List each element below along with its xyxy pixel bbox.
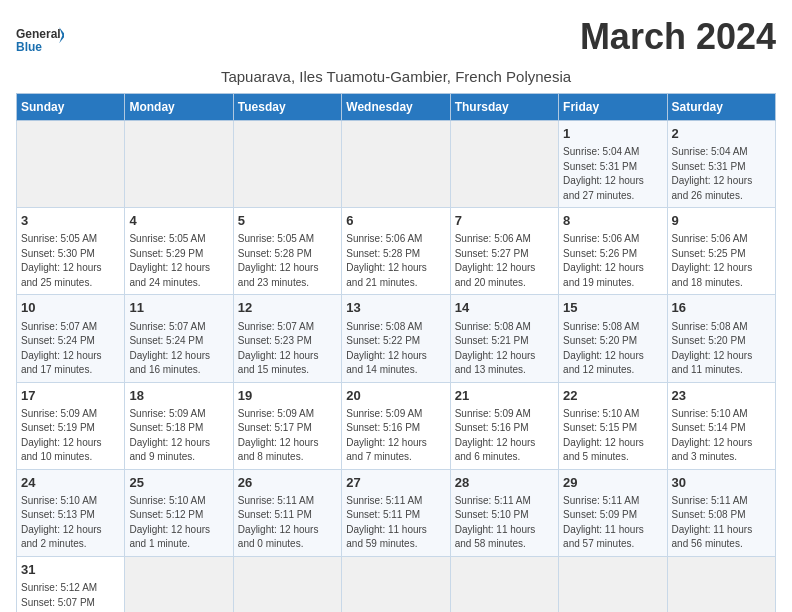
day-number: 11 xyxy=(129,299,228,317)
day-number: 3 xyxy=(21,212,120,230)
day-cell: 26Sunrise: 5:11 AM Sunset: 5:11 PM Dayli… xyxy=(233,469,341,556)
day-number: 1 xyxy=(563,125,662,143)
day-cell: 19Sunrise: 5:09 AM Sunset: 5:17 PM Dayli… xyxy=(233,382,341,469)
day-info: Sunrise: 5:11 AM Sunset: 5:08 PM Dayligh… xyxy=(672,494,771,552)
day-info: Sunrise: 5:09 AM Sunset: 5:16 PM Dayligh… xyxy=(346,407,445,465)
header-cell-sunday: Sunday xyxy=(17,94,125,121)
day-info: Sunrise: 5:07 AM Sunset: 5:24 PM Dayligh… xyxy=(129,320,228,378)
day-cell: 29Sunrise: 5:11 AM Sunset: 5:09 PM Dayli… xyxy=(559,469,667,556)
day-info: Sunrise: 5:09 AM Sunset: 5:18 PM Dayligh… xyxy=(129,407,228,465)
day-number: 26 xyxy=(238,474,337,492)
day-number: 28 xyxy=(455,474,554,492)
day-number: 13 xyxy=(346,299,445,317)
day-number: 7 xyxy=(455,212,554,230)
week-row-1: 1Sunrise: 5:04 AM Sunset: 5:31 PM Daylig… xyxy=(17,121,776,208)
day-info: Sunrise: 5:04 AM Sunset: 5:31 PM Dayligh… xyxy=(563,145,662,203)
day-info: Sunrise: 5:05 AM Sunset: 5:28 PM Dayligh… xyxy=(238,232,337,290)
day-cell: 5Sunrise: 5:05 AM Sunset: 5:28 PM Daylig… xyxy=(233,208,341,295)
day-info: Sunrise: 5:08 AM Sunset: 5:21 PM Dayligh… xyxy=(455,320,554,378)
week-row-6: 31Sunrise: 5:12 AM Sunset: 5:07 PM Dayli… xyxy=(17,556,776,612)
logo-svg: General Blue xyxy=(16,16,64,64)
day-info: Sunrise: 5:04 AM Sunset: 5:31 PM Dayligh… xyxy=(672,145,771,203)
day-cell: 2Sunrise: 5:04 AM Sunset: 5:31 PM Daylig… xyxy=(667,121,775,208)
day-info: Sunrise: 5:07 AM Sunset: 5:23 PM Dayligh… xyxy=(238,320,337,378)
day-cell xyxy=(450,556,558,612)
day-cell xyxy=(233,121,341,208)
day-number: 31 xyxy=(21,561,120,579)
day-cell: 7Sunrise: 5:06 AM Sunset: 5:27 PM Daylig… xyxy=(450,208,558,295)
day-number: 10 xyxy=(21,299,120,317)
header-row: SundayMondayTuesdayWednesdayThursdayFrid… xyxy=(17,94,776,121)
day-info: Sunrise: 5:07 AM Sunset: 5:24 PM Dayligh… xyxy=(21,320,120,378)
day-cell xyxy=(667,556,775,612)
day-info: Sunrise: 5:06 AM Sunset: 5:26 PM Dayligh… xyxy=(563,232,662,290)
header: General Blue March 2024 xyxy=(16,16,776,64)
day-info: Sunrise: 5:10 AM Sunset: 5:15 PM Dayligh… xyxy=(563,407,662,465)
day-number: 29 xyxy=(563,474,662,492)
day-info: Sunrise: 5:11 AM Sunset: 5:11 PM Dayligh… xyxy=(346,494,445,552)
day-number: 22 xyxy=(563,387,662,405)
header-cell-wednesday: Wednesday xyxy=(342,94,450,121)
day-number: 15 xyxy=(563,299,662,317)
calendar-body: 1Sunrise: 5:04 AM Sunset: 5:31 PM Daylig… xyxy=(17,121,776,613)
day-number: 23 xyxy=(672,387,771,405)
day-cell: 16Sunrise: 5:08 AM Sunset: 5:20 PM Dayli… xyxy=(667,295,775,382)
day-number: 18 xyxy=(129,387,228,405)
day-cell xyxy=(17,121,125,208)
day-cell: 20Sunrise: 5:09 AM Sunset: 5:16 PM Dayli… xyxy=(342,382,450,469)
day-info: Sunrise: 5:08 AM Sunset: 5:20 PM Dayligh… xyxy=(672,320,771,378)
day-cell xyxy=(233,556,341,612)
day-number: 25 xyxy=(129,474,228,492)
day-cell xyxy=(125,121,233,208)
day-info: Sunrise: 5:08 AM Sunset: 5:20 PM Dayligh… xyxy=(563,320,662,378)
day-info: Sunrise: 5:10 AM Sunset: 5:13 PM Dayligh… xyxy=(21,494,120,552)
day-number: 6 xyxy=(346,212,445,230)
day-cell: 12Sunrise: 5:07 AM Sunset: 5:23 PM Dayli… xyxy=(233,295,341,382)
header-cell-tuesday: Tuesday xyxy=(233,94,341,121)
calendar-table: SundayMondayTuesdayWednesdayThursdayFrid… xyxy=(16,93,776,612)
day-cell: 13Sunrise: 5:08 AM Sunset: 5:22 PM Dayli… xyxy=(342,295,450,382)
day-cell: 22Sunrise: 5:10 AM Sunset: 5:15 PM Dayli… xyxy=(559,382,667,469)
day-info: Sunrise: 5:11 AM Sunset: 5:10 PM Dayligh… xyxy=(455,494,554,552)
day-cell xyxy=(342,556,450,612)
day-number: 12 xyxy=(238,299,337,317)
day-number: 4 xyxy=(129,212,228,230)
day-number: 9 xyxy=(672,212,771,230)
header-cell-thursday: Thursday xyxy=(450,94,558,121)
week-row-3: 10Sunrise: 5:07 AM Sunset: 5:24 PM Dayli… xyxy=(17,295,776,382)
day-info: Sunrise: 5:06 AM Sunset: 5:27 PM Dayligh… xyxy=(455,232,554,290)
day-number: 27 xyxy=(346,474,445,492)
subtitle: Tapuarava, Iles Tuamotu-Gambier, French … xyxy=(16,68,776,85)
day-cell xyxy=(342,121,450,208)
day-cell: 24Sunrise: 5:10 AM Sunset: 5:13 PM Dayli… xyxy=(17,469,125,556)
day-number: 21 xyxy=(455,387,554,405)
svg-text:Blue: Blue xyxy=(16,40,42,54)
day-number: 24 xyxy=(21,474,120,492)
day-cell: 15Sunrise: 5:08 AM Sunset: 5:20 PM Dayli… xyxy=(559,295,667,382)
day-info: Sunrise: 5:08 AM Sunset: 5:22 PM Dayligh… xyxy=(346,320,445,378)
day-info: Sunrise: 5:09 AM Sunset: 5:19 PM Dayligh… xyxy=(21,407,120,465)
week-row-5: 24Sunrise: 5:10 AM Sunset: 5:13 PM Dayli… xyxy=(17,469,776,556)
day-cell: 10Sunrise: 5:07 AM Sunset: 5:24 PM Dayli… xyxy=(17,295,125,382)
week-row-2: 3Sunrise: 5:05 AM Sunset: 5:30 PM Daylig… xyxy=(17,208,776,295)
day-cell: 21Sunrise: 5:09 AM Sunset: 5:16 PM Dayli… xyxy=(450,382,558,469)
day-cell: 4Sunrise: 5:05 AM Sunset: 5:29 PM Daylig… xyxy=(125,208,233,295)
day-cell xyxy=(450,121,558,208)
day-cell: 25Sunrise: 5:10 AM Sunset: 5:12 PM Dayli… xyxy=(125,469,233,556)
month-title: March 2024 xyxy=(580,16,776,58)
day-info: Sunrise: 5:09 AM Sunset: 5:16 PM Dayligh… xyxy=(455,407,554,465)
week-row-4: 17Sunrise: 5:09 AM Sunset: 5:19 PM Dayli… xyxy=(17,382,776,469)
day-cell: 6Sunrise: 5:06 AM Sunset: 5:28 PM Daylig… xyxy=(342,208,450,295)
day-cell: 18Sunrise: 5:09 AM Sunset: 5:18 PM Dayli… xyxy=(125,382,233,469)
day-info: Sunrise: 5:10 AM Sunset: 5:14 PM Dayligh… xyxy=(672,407,771,465)
day-cell: 23Sunrise: 5:10 AM Sunset: 5:14 PM Dayli… xyxy=(667,382,775,469)
day-number: 14 xyxy=(455,299,554,317)
day-cell: 8Sunrise: 5:06 AM Sunset: 5:26 PM Daylig… xyxy=(559,208,667,295)
day-info: Sunrise: 5:05 AM Sunset: 5:29 PM Dayligh… xyxy=(129,232,228,290)
day-number: 20 xyxy=(346,387,445,405)
title-area: March 2024 xyxy=(580,16,776,58)
calendar-header: SundayMondayTuesdayWednesdayThursdayFrid… xyxy=(17,94,776,121)
day-info: Sunrise: 5:12 AM Sunset: 5:07 PM Dayligh… xyxy=(21,581,120,612)
day-info: Sunrise: 5:06 AM Sunset: 5:28 PM Dayligh… xyxy=(346,232,445,290)
day-number: 19 xyxy=(238,387,337,405)
